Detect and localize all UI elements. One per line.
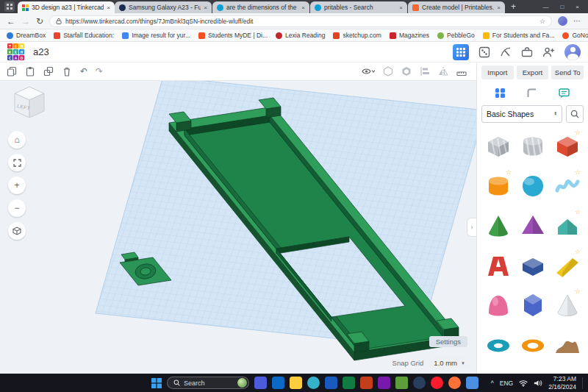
group-icon[interactable] [383,66,393,76]
taskbar-app-firefox[interactable] [448,377,461,389]
mirror-icon[interactable] [438,66,448,76]
redo-icon[interactable]: ↷ [96,67,103,76]
taskbar-search[interactable]: Search [167,377,249,389]
browser-tab-dimensions-search[interactable]: are the dimensions of the sa... × [212,1,309,13]
shape-text[interactable] [481,246,514,285]
tab-close-icon[interactable]: × [107,4,110,11]
taskbar-app-steam[interactable] [413,377,426,389]
shape-sphere[interactable] [516,167,549,205]
bookmark-for-students[interactable]: For Students and Fa... [483,32,555,39]
tinkercad-logo[interactable]: TINKERCAD [7,43,24,60]
panel-collapse-handle[interactable]: › [467,218,476,237]
shape-cylinder[interactable]: ☆ [481,167,514,205]
browser-tab-tinkercad[interactable]: 3D design a23 | Tinkercad × [18,1,115,13]
shape-search-button[interactable] [566,105,584,123]
volume-icon[interactable] [534,379,542,387]
new-tab-button[interactable]: + [511,1,516,12]
blocks-view-button[interactable] [453,44,469,60]
export-button[interactable]: Export [517,65,549,79]
bookmark-image-result[interactable]: Image result for yur... [122,32,190,39]
pickaxe-icon[interactable] [500,46,512,58]
taskbar-clock[interactable]: 7:23 AM 2/16/2024 [548,375,576,390]
fit-view-button[interactable] [8,154,26,171]
shape-wedge[interactable]: ☆ [551,246,584,285]
taskbar-app-file-explorer[interactable] [290,377,302,389]
shape-box-hole[interactable] [481,127,514,165]
3d-viewport[interactable]: LEFT ⌂ + − › Settings Snap Grid 1.0 mm ▼ [0,81,476,374]
browser-tab-pritables-search[interactable]: pritables - Search × [310,1,407,13]
shape-scribble[interactable]: ☆ [551,167,584,205]
bookmark-magazines[interactable]: Magazines [390,32,429,39]
shape-roof[interactable]: ☆ [551,207,584,245]
shape-terrain[interactable] [551,326,584,364]
show-desktop-divider[interactable] [582,377,583,389]
shape-cone[interactable] [481,207,514,245]
zoom-in-button[interactable]: + [8,177,26,194]
zoom-out-button[interactable]: − [8,199,26,217]
invite-person-icon[interactable] [542,46,555,58]
shape-box[interactable]: ☆ [551,127,584,165]
shape-polygon[interactable] [516,246,549,285]
import-button[interactable]: Import [481,65,514,79]
language-indicator[interactable]: ENG [500,379,513,387]
browser-tab-samsung[interactable]: Samsung Galaxy A23 - Full ph... × [115,1,212,13]
browser-tab-printables[interactable]: Create model | Printables.com × [408,1,505,13]
bookmark-gonoodle[interactable]: GoNoodle [562,32,588,39]
taskbar-app-photos[interactable] [466,377,478,389]
notes-tab-icon[interactable] [559,88,570,99]
taskbar-app-teams[interactable] [254,377,267,389]
design-title[interactable]: a23 [33,46,49,57]
bookmark-students-myde[interactable]: Students MyDE | Di... [198,32,268,39]
tab-actions-icon[interactable] [4,1,15,12]
taskbar-app-excel[interactable] [343,377,355,389]
taskbar-app-minecraft[interactable] [395,377,408,389]
shape-category-select[interactable]: Basic Shapes ▲▼ [481,105,562,123]
send-to-button[interactable]: Send To [551,65,584,79]
forward-button[interactable]: → [21,17,30,26]
ruler-icon[interactable] [456,66,467,76]
copy-icon[interactable] [7,66,17,76]
shape-cone-white[interactable]: ☆ [551,286,584,324]
browser-menu-icon[interactable]: ⋯ [573,17,581,25]
shape-pyramid[interactable] [516,207,549,245]
snap-grid-select[interactable]: 1.0 mm ▼ [429,357,470,368]
align-icon[interactable] [420,66,430,76]
taskbar-app-word[interactable] [325,377,337,389]
shape-hexagonal-prism[interactable] [516,286,549,324]
maximize-button[interactable]: □ [560,4,564,10]
shape-paraboloid[interactable] [481,286,514,324]
duplicate-icon[interactable] [43,66,54,76]
tab-close-icon[interactable]: × [497,4,501,11]
bookmark-sketchup[interactable]: sketchup.com [333,32,381,39]
undo-icon[interactable]: ↶ [80,67,87,76]
favorite-star-icon[interactable]: ☆ [539,18,545,25]
address-bar[interactable]: https://www.tinkercad.com/things/7JmBnkl… [49,15,552,27]
shape-cylinder-hole[interactable] [516,127,549,165]
taskbar-app-outlook[interactable] [272,377,284,389]
wifi-icon[interactable] [519,379,528,387]
show-hide-icon[interactable] [362,67,375,76]
user-avatar[interactable] [564,44,581,60]
window-close-button[interactable]: × [576,4,579,10]
settings-button[interactable]: Settings [429,336,467,347]
perspective-toggle-button[interactable] [8,222,26,240]
taskbar-app-edge[interactable] [307,377,320,389]
bookmark-lexia[interactable]: Lexia Reading [276,32,325,39]
bookmark-pebblego[interactable]: PebbleGo [437,32,475,39]
taskbar-app-onenote[interactable] [378,377,390,389]
taskbar-app-powerpoint[interactable] [360,377,373,389]
bookmark-starfall[interactable]: Starfall Education: [54,32,114,39]
paste-icon[interactable] [25,66,35,76]
back-button[interactable]: ← [7,17,15,26]
delete-icon[interactable] [62,66,72,76]
shape-torus[interactable] [481,326,514,364]
tab-close-icon[interactable]: × [301,4,305,11]
minimize-button[interactable]: — [542,4,548,10]
tray-chevron-icon[interactable]: ^ [491,379,494,387]
home-view-button[interactable]: ⌂ [8,131,26,149]
taskbar-app-opera[interactable] [431,377,443,389]
shape-tube[interactable] [516,326,549,364]
bookmark-dreambox[interactable]: DreamBox [7,32,46,39]
start-button[interactable] [151,378,162,388]
refresh-button[interactable]: ↻ [36,17,43,26]
